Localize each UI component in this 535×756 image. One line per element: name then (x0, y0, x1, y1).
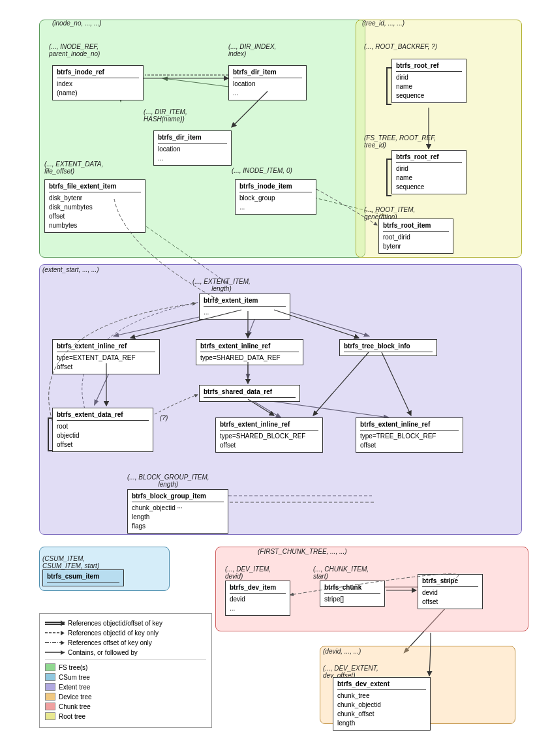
box-extent-inline-ref-1-offset: offset (57, 363, 155, 372)
label-dev-item: (..., DEV_ITEM,devid) (225, 558, 271, 580)
box-extent-inline-ref-3-type: type=SHARED_BLOCK_REF (220, 432, 318, 441)
legend-color-root (45, 712, 55, 720)
legend: References objectid/offset of key Refere… (39, 613, 212, 728)
box-extent-inline-ref-2-type: type=SHARED_DATA_REF (200, 354, 299, 363)
box-root-item: btrfs_root_item root_dirid bytenr (378, 219, 453, 254)
box-root-ref-top-name: name (396, 82, 462, 91)
box-root-ref-bottom-name: name (396, 174, 462, 183)
box-dev-extent-chunk-tree: chunk_tree (337, 691, 426, 701)
legend-line-dashed: References objectid of key only (45, 629, 206, 637)
box-block-group-item: btrfs_block_group_item chunk_objectid ··… (127, 489, 228, 534)
legend-label-device: Device tree (59, 693, 92, 701)
box-dir-item-top-loc: location (233, 80, 302, 89)
box-dir-item-bottom: btrfs_dir_item location ... (153, 130, 232, 166)
box-shared-data-ref: btrfs_shared_data_ref (199, 385, 300, 402)
box-file-extent-item-title: btrfs_file_extent_item (49, 182, 141, 192)
box-inode-item-title: btrfs_inode_item (239, 182, 312, 192)
box-block-group-item-flags: flags (132, 522, 224, 531)
legend-line-dash-dot: References offset of key only (45, 639, 206, 646)
legend-color-device (45, 693, 55, 701)
label-root-backref: (..., ROOT_BACKREF, ?) (364, 36, 437, 50)
box-dev-extent-chunk-off: chunk_offset (337, 710, 426, 719)
legend-item-fs: FS tree(s) (45, 663, 206, 671)
label-inode-ref: (..., INODE_REF,parent_inode_no) (49, 36, 100, 57)
legend-color-fs (45, 663, 55, 671)
box-file-extent-item-num: numbytes (49, 221, 141, 230)
box-btrfs-chunk-title: btrfs_chunk (324, 583, 380, 594)
box-csum-item: btrfs_csum_item (42, 569, 124, 586)
box-inode-ref-title: btrfs_inode_ref (57, 68, 139, 78)
label-dir-item-hash: (..., DIR_ITEM,HASH(name)) (144, 101, 187, 123)
box-extent-inline-ref-1: btrfs_extent_inline_ref type=EXTENT_DATA… (52, 339, 160, 374)
box-dir-item-bottom-title: btrfs_dir_item (158, 133, 227, 144)
box-dev-item: btrfs_dev_item devid ... (225, 581, 290, 616)
box-extent-item: btrfs_extent_item ... (199, 294, 290, 320)
legend-line-double-text: References objectid/offset of key (68, 620, 162, 627)
box-root-item-bytenr: bytenr (383, 242, 449, 251)
box-btrfs-chunk-stripe: stripe[] (324, 595, 380, 604)
svg-marker-20 (61, 641, 65, 645)
box-btrfs-stripe-devid: devid (422, 588, 478, 597)
box-tree-block-info: btrfs_tree_block_info (339, 339, 437, 356)
label-devid: (devid, ..., ...) (323, 648, 361, 655)
legend-label-fs: FS tree(s) (59, 664, 87, 671)
box-root-item-dirid: root_dirid (383, 233, 449, 242)
box-btrfs-stripe-title: btrfs_stripe (422, 577, 478, 587)
label-dev-extent: (..., DEV_EXTENT,dev_offset) (323, 658, 378, 679)
label-block-group: (..., BLOCK_GROUP_ITEM,length) (127, 466, 209, 488)
label-tree-id: (tree_id, ..., ...) (362, 20, 405, 27)
box-extent-inline-ref-2-title: btrfs_extent_inline_ref (200, 342, 299, 352)
box-root-ref-bottom: btrfs_root_ref dirid name sequence (391, 150, 466, 194)
box-root-item-title: btrfs_root_item (383, 221, 449, 232)
box-dev-item-title: btrfs_dev_item (230, 583, 286, 594)
box-inode-item-etc: ... (239, 203, 312, 212)
box-extent-inline-ref-1-type: type=EXTENT_DATA_REF (57, 354, 155, 363)
legend-line-double: References objectid/offset of key (45, 619, 206, 627)
box-extent-item-title: btrfs_extent_item (204, 296, 286, 307)
legend-label-extent: Extent tree (59, 684, 90, 691)
legend-line-sample-dash-dot (45, 639, 65, 646)
legend-item-extent: Extent tree (45, 683, 206, 691)
box-extent-inline-ref-3-offset: offset (220, 441, 318, 450)
box-dev-extent-len: length (337, 719, 426, 728)
svg-marker-16 (61, 620, 65, 626)
box-extent-item-etc: ... (204, 308, 286, 317)
bracket-root-ref-top (386, 67, 391, 105)
legend-item-chunk: Chunk tree (45, 703, 206, 710)
legend-label-root: Root tree (59, 713, 85, 720)
box-tree-block-info-title: btrfs_tree_block_info (344, 342, 433, 352)
diagram-container: (inode_no, ..., ...) (tree_id, ..., ...)… (0, 0, 535, 756)
label-root-item: (..., ROOT_ITEM,generation) (364, 199, 415, 220)
box-extent-inline-ref-3: btrfs_extent_inline_ref type=SHARED_BLOC… (215, 417, 323, 453)
box-dir-item-top-etc: ... (233, 89, 302, 98)
box-file-extent-item-disk-bytenr: disk_bytenr (49, 194, 141, 203)
legend-line-sample-dashed (45, 629, 65, 637)
box-root-ref-top: btrfs_root_ref dirid name sequence (391, 59, 466, 103)
box-dir-item-bottom-etc: ... (158, 154, 227, 163)
box-btrfs-stripe: btrfs_stripe devid offset (418, 574, 483, 609)
label-question-mark: (?) (160, 414, 168, 421)
box-root-ref-top-title: btrfs_root_ref (396, 61, 462, 72)
box-inode-item: btrfs_inode_item block_group ... (235, 179, 316, 215)
box-file-extent-item-offset: offset (49, 212, 141, 221)
label-inode-no: (inode_no, ..., ...) (52, 20, 102, 27)
box-dev-item-etc: ... (230, 604, 286, 613)
box-dev-extent-chunk-obj: chunk_objectid (337, 701, 426, 710)
legend-line-dashed-text: References objectid of key only (68, 629, 159, 637)
box-extent-inline-ref-2: btrfs_extent_inline_ref type=SHARED_DATA… (196, 339, 303, 365)
box-root-ref-top-dirid: dirid (396, 73, 462, 82)
box-extent-inline-ref-4: btrfs_extent_inline_ref type=TREE_BLOCK_… (356, 417, 463, 453)
box-extent-data-ref-root: root (57, 422, 149, 431)
label-chunk-item: (..., CHUNK_ITEM,start) (313, 558, 369, 580)
box-inode-item-bg: block_group (239, 194, 312, 203)
box-root-ref-top-seq: sequence (396, 91, 462, 100)
label-csum: (CSUM_ITEM,CSUM_ITEM, start) (42, 548, 99, 569)
legend-item-csum: CSum tree (45, 673, 206, 681)
label-extent-data: (..., EXTENT_DATA,file_offset) (44, 153, 103, 175)
box-extent-inline-ref-4-type: type=TREE_BLOCK_REF (360, 432, 459, 441)
label-extent-start: (extent_start, ..., ...) (42, 266, 99, 273)
box-inode-ref-field-2: (name) (57, 89, 139, 98)
box-btrfs-stripe-offset: offset (422, 597, 478, 607)
box-extent-inline-ref-4-title: btrfs_extent_inline_ref (360, 420, 459, 431)
box-dir-item-top: btrfs_dir_item location ... (228, 65, 307, 100)
